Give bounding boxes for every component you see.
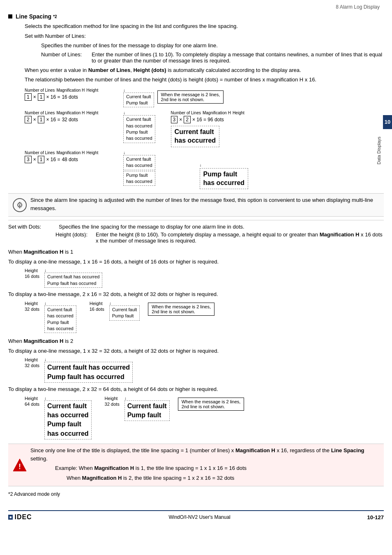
mag1-one-line-desc: To display a one-line message, 1 x 16 = … xyxy=(8,258,384,266)
mag-box-2: 1 xyxy=(38,116,45,123)
when-you-enter-text: When you enter a value in Number of Line… xyxy=(25,66,384,74)
diagram-row-2: Number of Lines Magnification H Height 2… xyxy=(25,111,384,147)
mag-h-bold: Magnification H xyxy=(320,231,360,238)
sup-text: *2 xyxy=(53,14,57,19)
label-height-2: Height xyxy=(86,111,98,115)
diagram-box-3b: Pump fault has occurred xyxy=(123,171,155,186)
height-label-m2h2b: Height xyxy=(105,396,120,401)
diagram-box-3c: Pump fault has occurred xyxy=(200,168,248,190)
label-n-lines-3: Number of Lines xyxy=(25,150,55,155)
warning-text3: setting. xyxy=(30,456,48,462)
height-dots-m2h1: 32 dots xyxy=(25,363,39,368)
height-val-3: 48 dots xyxy=(62,157,78,162)
nlines-box-2: 2 xyxy=(25,116,32,123)
height-label-m2h1: Height xyxy=(25,357,39,362)
height-label-h2b: Height xyxy=(90,301,104,306)
title-text: Line Spacing xyxy=(16,13,51,20)
number-of-lines-label: Number of Lines: xyxy=(41,51,88,64)
mag1-h2a-col: Height 32 dots xyxy=(25,301,39,312)
idec-text: IDEC xyxy=(14,513,32,521)
footer-note: *2 Advanced mode only xyxy=(8,490,384,498)
page-header: 8 Alarm Log Display xyxy=(8,4,384,10)
number-of-lines-desc: Enter the number of lines (1 to 10). To … xyxy=(92,51,384,64)
mag1-h2b-col: Height 16 dots xyxy=(90,301,104,312)
warning-icon: ! xyxy=(12,458,27,472)
mag2-diag2: Height 64 dots ↓ Current fault has occur… xyxy=(25,396,384,440)
warning-example2: is 1, the title line spacing = 1 x 1 x 1… xyxy=(134,465,247,471)
mag-box-1: 1 xyxy=(38,93,45,101)
height-label-h2a: Height xyxy=(25,301,39,306)
label-mag-2r: Magnification H xyxy=(203,111,231,115)
header-text: 8 Alarm Log Display xyxy=(336,4,380,10)
mag2-diag1: Height 32 dots ↓ Current fault has occur… xyxy=(25,357,384,383)
label-mag-2: Magnification H xyxy=(56,111,85,115)
warning-text1: Since only one line of the title is disp… xyxy=(30,447,235,453)
idec-logo: ■ IDEC xyxy=(8,513,32,521)
height-val-1: 16 dots xyxy=(62,94,78,100)
mag2-header: When Magnification H is 2 xyxy=(8,337,384,345)
mag1-box2a: Current fault has occurred Pump fault ha… xyxy=(44,305,76,333)
warning-text2: x 16, regardless of the xyxy=(275,447,331,453)
height-label-h1: Height xyxy=(25,268,39,273)
side-tab-number: 10 xyxy=(385,119,390,125)
mag2-h2b-col: Height 32 dots xyxy=(105,396,120,407)
section-title: Line Spacing*2 xyxy=(8,13,384,20)
relationship-text: The relationship between the number of l… xyxy=(25,76,384,84)
mag1-section: When Magnification H is 1 To display a o… xyxy=(8,248,384,333)
diagram-area: Number of Lines Magnification H Height 1… xyxy=(25,88,384,190)
mag1-box2b: Current fault Pump fault xyxy=(109,305,140,321)
mag1-box1: Current fault has occurred Pump fault ha… xyxy=(44,273,102,288)
nlines-box-3: 3 xyxy=(25,156,32,163)
mag2-h1-col: Height 32 dots xyxy=(25,357,39,368)
warning-example4: is 2, the title line spacing = 1 x 2 x 1… xyxy=(122,475,234,481)
mag2-box1: Current fault has occurred Pump fault ha… xyxy=(44,362,133,383)
when-enter-prefix: When you enter a value in xyxy=(25,67,88,73)
label-height-2r: Height xyxy=(233,111,244,115)
callout-1: When the message is 2 lines,2nd line is … xyxy=(157,90,224,104)
warning-mag-bold: Magnification H xyxy=(94,465,134,471)
mag2-box2a: Current fault has occurred Pump fault ha… xyxy=(44,400,91,440)
svg-text:!: ! xyxy=(18,462,21,471)
nlines-box-1: 1 xyxy=(25,93,32,101)
warning-example3: When xyxy=(67,475,82,481)
height-dots-m2h2a: 64 dots xyxy=(25,402,39,407)
number-lines-bold: Number of Lines xyxy=(88,67,131,73)
warning-text: Since only one line of the title is disp… xyxy=(30,446,380,483)
height-dots-h2a: 32 dots xyxy=(25,307,39,312)
height-dots-label: Height (dots): xyxy=(55,231,92,244)
mag-box-2r: 2 xyxy=(184,116,191,123)
bullet-icon xyxy=(8,14,12,18)
mag1-header: When Magnification H is 1 xyxy=(8,248,384,256)
idec-logo-box: ■ xyxy=(8,515,13,520)
diagram-box-2b: Current fault has occurred xyxy=(171,126,219,147)
height-val-2: 32 dots xyxy=(62,117,78,123)
mag2-callout: When the message is 2 lines,2nd line is … xyxy=(178,398,244,411)
label-mag-3: Magnification H xyxy=(56,150,85,155)
height-dots-h2b: 16 dots xyxy=(90,307,104,312)
mag2-one-line-desc: To display a one-line message, 1 x 32 = … xyxy=(8,347,384,355)
label-n-lines-1: Number of Lines xyxy=(25,88,55,92)
side-label-text: Data Displays xyxy=(376,136,381,164)
side-label: Data Displays xyxy=(376,132,381,164)
mag-box-3: 1 xyxy=(38,156,45,163)
set-with-dots-label: Set with Dots: xyxy=(8,224,55,230)
height-dots-h1: 16 dots xyxy=(25,274,39,279)
height-dots-bold: Height (dots) xyxy=(133,67,166,73)
mag1-diag2: Height 32 dots ↓ Current fault has occur… xyxy=(25,301,384,333)
mag1-height-col: Height 16 dots xyxy=(25,268,39,279)
set-with-dots-desc: Specifies the line spacing for the messa… xyxy=(59,224,244,230)
label-mag-1: Magnification H xyxy=(56,88,85,92)
warning-bold1: Magnification H xyxy=(235,447,275,453)
note1-text: Since the alarm line spacing is adjusted… xyxy=(30,196,380,212)
mag2-h2a-col: Height 64 dots xyxy=(25,396,39,407)
nlines-box-2r: 3 xyxy=(171,116,178,123)
mag1-callout: When the message is 2 lines,2nd line is … xyxy=(148,303,214,316)
height-label-m2h2a: Height xyxy=(25,396,39,401)
desc1: Selects the specification method for lin… xyxy=(25,22,384,30)
set-with-dots-section: Set with Dots: Specifies the line spacin… xyxy=(8,220,384,244)
warning-mag-bold2: Magnification H xyxy=(82,475,122,481)
height-dots-desc: Enter the height (8 to 160). To complete… xyxy=(96,231,384,244)
desc3: Specifies the number of lines for the me… xyxy=(41,42,384,50)
note-row-1: ⚙ Since the alarm line spacing is adjust… xyxy=(8,193,384,217)
footer-page: 10-127 xyxy=(367,514,384,520)
